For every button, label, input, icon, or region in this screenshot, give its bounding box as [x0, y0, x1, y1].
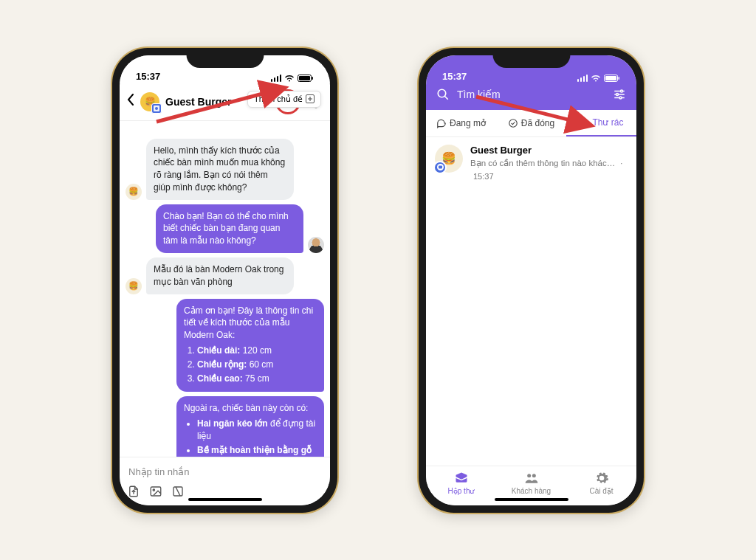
inbox-icon [454, 471, 469, 485]
add-topic-icon [306, 94, 315, 103]
avatar [308, 237, 324, 253]
wifi-icon [591, 75, 601, 82]
nav-inbox[interactable]: Hộp thư [426, 471, 496, 495]
svg-rect-2 [312, 77, 314, 80]
channel-badge-icon [151, 103, 162, 114]
message-out: Cảm ơn bạn! Đây là thông tin chi tiết về… [176, 299, 324, 393]
channel-badge-icon [433, 161, 447, 174]
avatar: 🍔 [126, 278, 142, 294]
notch [186, 48, 264, 68]
notch [492, 48, 570, 68]
filter-icon[interactable] [613, 88, 626, 101]
svg-rect-16 [605, 76, 616, 80]
message-text: Ngoài ra, chiếc bàn này còn có: [184, 402, 317, 415]
svg-point-23 [616, 93, 619, 95]
message-out: Chào bạn! Bạn có thể cho mình biết chiếc… [156, 204, 303, 253]
search-input[interactable]: Tìm kiếm [457, 89, 605, 100]
signal-icon [271, 75, 282, 82]
conversation-list[interactable]: 🍔 Guest Burger Bạn có cần thêm thông tin… [426, 137, 636, 466]
svg-point-28 [584, 124, 585, 125]
battery-icon [604, 75, 620, 82]
message-input[interactable]: Nhập tin nhắn [127, 463, 323, 485]
svg-rect-10 [151, 487, 161, 496]
wifi-icon [284, 75, 295, 82]
message-text: Cảm ơn bạn! Đây là thông tin chi tiết về… [184, 305, 317, 342]
avatar: 🍔 [126, 184, 142, 200]
svg-point-4 [155, 107, 158, 110]
template-icon[interactable] [171, 485, 185, 498]
list-item[interactable]: 🍔 Guest Burger Bạn có cần thêm thông tin… [426, 137, 636, 190]
add-topic-label: Thêm chủ đề [254, 94, 303, 104]
chat-open-icon [436, 118, 447, 128]
list-item-name: Guest Burger [470, 145, 628, 156]
send-file-icon[interactable] [127, 485, 140, 498]
home-indicator [188, 498, 262, 501]
list-item-time: 15:37 [473, 172, 494, 181]
svg-line-13 [176, 487, 180, 496]
phone-list: 15:37 Tìm kiếm Đang mở Đã đóng [419, 48, 644, 513]
check-icon [508, 118, 518, 128]
search-header: Tìm kiếm [426, 83, 636, 110]
tabs: Đang mở Đã đóng Thư rác [426, 110, 636, 137]
svg-rect-30 [439, 166, 442, 169]
svg-point-26 [509, 119, 518, 127]
nav-customers[interactable]: Khách hàng [496, 471, 566, 495]
battery-icon [298, 75, 314, 82]
svg-point-25 [619, 97, 622, 99]
message-out: Ngoài ra, chiếc bàn này còn có: Hai ngăn… [176, 396, 324, 456]
svg-point-21 [621, 90, 623, 92]
phone-chat: 15:37 🍔 Guest Burger ⋮ Thêm ch [112, 48, 337, 513]
svg-point-11 [153, 489, 154, 491]
svg-line-19 [444, 96, 448, 100]
avatar[interactable]: 🍔 [140, 92, 159, 111]
search-icon[interactable] [436, 88, 450, 101]
back-icon[interactable] [127, 94, 134, 109]
list-item-preview: Bạn có cần thêm thông tin nào khác… [470, 159, 615, 167]
tab-spam[interactable]: Thư rác [566, 110, 636, 136]
warning-icon [579, 117, 589, 128]
tab-open[interactable]: Đang mở [426, 110, 496, 136]
svg-rect-1 [299, 76, 310, 80]
svg-point-31 [527, 474, 531, 477]
gear-icon [594, 471, 609, 485]
add-topic-chip[interactable]: Thêm chủ đề [247, 91, 321, 108]
nav-settings[interactable]: Cài đặt [566, 471, 636, 495]
status-time: 15:37 [136, 71, 160, 82]
svg-rect-17 [619, 77, 620, 80]
svg-point-18 [438, 89, 446, 97]
tab-closed[interactable]: Đã đóng [496, 110, 566, 136]
message-in: Mẫu đó là bàn Modern Oak trong mục bàn v… [146, 257, 294, 294]
avatar: 🍔 [435, 145, 463, 173]
signal-icon [577, 75, 588, 82]
status-time: 15:37 [442, 71, 467, 82]
chat-body[interactable]: 🍔 Hello, mình thấy kích thước của chiếc … [120, 121, 330, 457]
svg-point-32 [532, 474, 535, 477]
message-in: Hello, mình thấy kích thước của chiếc bà… [146, 139, 294, 200]
people-icon [524, 471, 539, 485]
home-indicator [495, 498, 568, 501]
image-icon[interactable] [149, 485, 162, 498]
